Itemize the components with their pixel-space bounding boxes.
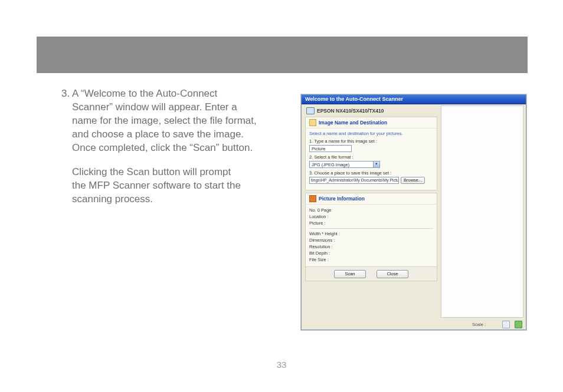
separator [309, 228, 433, 229]
instruction-paragraph-2: Clicking the Scan button will prompt the… [61, 166, 262, 206]
device-name: EPSON NX410/SX410/TX410 [317, 108, 384, 114]
info-resolution: Resolution : [309, 243, 433, 250]
file-format-select[interactable]: JPG (JPEG Image) ▾ [309, 161, 380, 168]
panel-header-info: Picture Information [306, 193, 437, 205]
chevron-down-icon: ▾ [373, 162, 379, 167]
panel-body-destination: Select a name and destination for your p… [306, 129, 437, 190]
field-format-row: 2. Select a file format : JPG (JPEG Imag… [309, 154, 433, 168]
field-path-label: 3. Choose a place to save this image set… [309, 170, 433, 176]
instruction-text: 3. A “Welcome to the Auto-Connect Scanne… [61, 87, 262, 217]
info-picture: Picture : [309, 220, 433, 226]
panel-image-destination: Image Name and Destination Select a name… [305, 117, 437, 190]
printer-icon [306, 107, 315, 114]
page-number: 33 [0, 360, 563, 370]
info-no-page: No. 0 Page [309, 207, 433, 213]
instruction-paragraph-1: 3. A “Welcome to the Auto-Connect Scanne… [61, 87, 262, 155]
folder-icon [309, 119, 316, 126]
window-title: Welcome to the Auto-Connect Scanner [305, 96, 403, 102]
save-path-input[interactable]: tings\HP_Administrator\My Documents\My P… [309, 177, 399, 184]
panel-body-info: No. 0 Page Location : Picture : Width * … [306, 205, 437, 266]
scale-label: Scale : [472, 322, 486, 327]
image-name-input[interactable]: Picture [309, 145, 352, 152]
panel-header-destination: Image Name and Destination [306, 117, 437, 129]
header-bar [37, 37, 528, 73]
panel-title-info: Picture Information [319, 196, 365, 202]
list-number: 3. [61, 88, 70, 99]
panel-picture-info: Picture Information No. 0 Page Location … [305, 193, 437, 281]
document-page: 3. A “Welcome to the Auto-Connect Scanne… [0, 0, 563, 392]
file-format-value: JPG (JPEG Image) [312, 162, 349, 167]
window-body: EPSON NX410/SX410/TX410 Image Name and D… [304, 106, 523, 318]
info-icon [309, 195, 316, 202]
save-icon[interactable] [502, 321, 510, 328]
info-dimensions: Dimensions : [309, 237, 433, 243]
scan-button[interactable]: Scan [334, 270, 366, 278]
field-path-row: 3. Choose a place to save this image set… [309, 170, 433, 184]
left-pane: EPSON NX410/SX410/TX410 Image Name and D… [304, 106, 438, 318]
field-format-label: 2. Select a file format : [309, 154, 433, 160]
close-button[interactable]: Close [377, 270, 408, 278]
info-location: Location : [309, 213, 433, 220]
window-titlebar[interactable]: Welcome to the Auto-Connect Scanner [302, 95, 526, 104]
field-name-row: 1. Type a name for this image set : Pict… [309, 139, 433, 152]
fit-icon[interactable] [515, 321, 522, 328]
info-width-height: Width * Height : [309, 230, 433, 237]
device-row: EPSON NX410/SX410/TX410 [304, 106, 438, 116]
panel-title-destination: Image Name and Destination [319, 120, 387, 126]
scanner-window: Welcome to the Auto-Connect Scanner EPSO… [301, 94, 526, 330]
status-bar: Scale : [304, 320, 523, 328]
info-filesize: File Size : [309, 256, 433, 263]
browse-button[interactable]: Browse... [401, 177, 425, 184]
preview-pane [441, 106, 523, 318]
field-name-label: 1. Type a name for this image set : [309, 139, 433, 144]
panel-hint: Select a name and destination for your p… [309, 131, 433, 136]
info-bitdepth: Bit Depth : [309, 250, 433, 256]
action-row: Scan Close [306, 266, 437, 281]
